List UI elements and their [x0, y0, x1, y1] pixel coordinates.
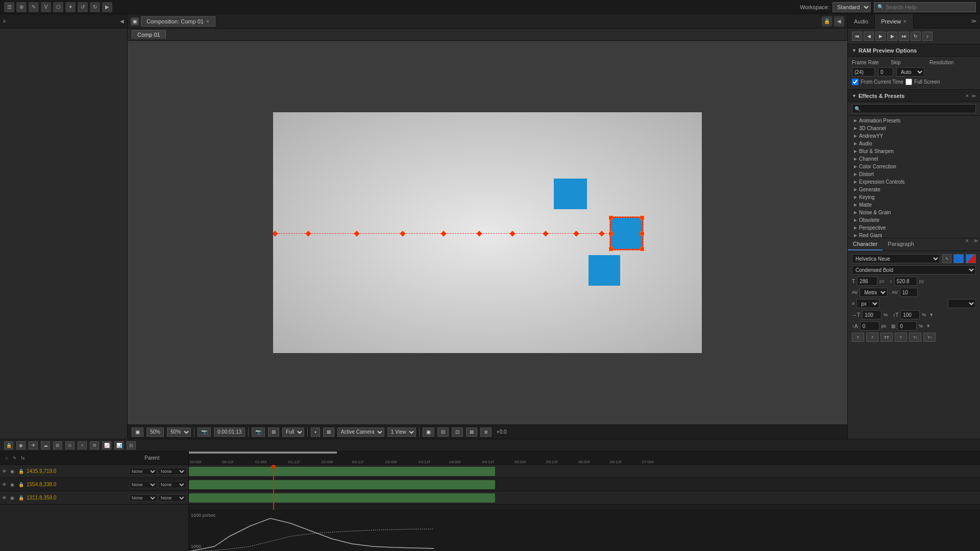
track-bar-3[interactable]	[189, 493, 495, 503]
effect-item-andrewyy[interactable]: ▶AndrewYY	[848, 132, 980, 140]
tl-collapse-btn[interactable]: ⊞	[53, 441, 62, 449]
layer-parent-3[interactable]: None	[158, 494, 186, 502]
handle-tl[interactable]	[609, 216, 613, 220]
effect-item-distort[interactable]: ▶Distort	[848, 170, 980, 178]
grid2-btn[interactable]: ⊟	[437, 428, 449, 437]
effect-item-keying[interactable]: ▶Keying	[848, 193, 980, 201]
comp-tab[interactable]: Composition: Comp 01 ✕	[141, 16, 215, 27]
preview-tab-close[interactable]: ✕	[903, 19, 907, 24]
keyframe-6[interactable]	[476, 231, 482, 236]
tool-icon-4[interactable]: V	[41, 2, 51, 12]
effects-search-input[interactable]	[852, 104, 976, 113]
keyframe-2[interactable]	[305, 231, 311, 236]
pen-tool-icon[interactable]: ✎	[942, 254, 951, 263]
font-size-input[interactable]	[857, 277, 877, 286]
text-regular-btn[interactable]: T	[852, 333, 864, 342]
leading-input[interactable]	[894, 277, 917, 286]
frame-rate-input[interactable]	[852, 67, 875, 77]
track-bar-2[interactable]	[189, 480, 495, 489]
preview-tab[interactable]: Preview ✕	[875, 14, 914, 29]
font-gradient-swatch[interactable]	[966, 254, 976, 263]
tl-motion-btn[interactable]: ⊙	[65, 441, 75, 449]
handle-bl[interactable]	[609, 247, 613, 251]
solo-icon-3[interactable]: ◉	[10, 495, 17, 500]
layer-mode-1[interactable]: None	[129, 468, 157, 475]
skip-input[interactable]	[878, 67, 893, 77]
search-help-input[interactable]	[886, 4, 967, 10]
lock-icon-3[interactable]: 🔒	[18, 495, 26, 500]
comp-tab-close[interactable]: ✕	[206, 19, 210, 24]
blue-square-2-selected[interactable]	[610, 217, 643, 250]
effect-item-audio[interactable]: ▶Audio	[848, 140, 980, 147]
canvas-options-btn[interactable]: ▣	[132, 428, 143, 437]
tl-lock-btn[interactable]: 🔒	[4, 441, 13, 449]
full-screen-checkbox[interactable]	[905, 79, 912, 85]
timeline-tracks[interactable]	[189, 465, 980, 510]
effect-item-noise[interactable]: ▶Noise & Grain	[848, 209, 980, 216]
prev-frame-btn[interactable]: ◀	[864, 32, 874, 41]
tl-settings-btn[interactable]: ⚙	[90, 441, 99, 449]
audio-tab[interactable]: Audio	[848, 14, 875, 29]
motion-blur-btn[interactable]: ※	[480, 428, 492, 437]
character-tab[interactable]: Character	[848, 238, 883, 251]
tl-visibility-btn[interactable]: 👁	[29, 441, 38, 449]
baseline-shift-input[interactable]	[860, 321, 879, 331]
keyframe-9[interactable]	[573, 231, 579, 236]
safe-zones-btn[interactable]: ⊠	[466, 428, 477, 437]
keyframe-7[interactable]	[509, 231, 515, 236]
skip-to-end-btn[interactable]: ⏭	[899, 32, 909, 41]
baseline-unit-dropdown[interactable]: px	[856, 299, 879, 308]
tool-icon-6[interactable]: ✦	[65, 2, 76, 12]
handle-mr[interactable]	[640, 232, 644, 236]
font-color-swatch[interactable]	[953, 254, 964, 263]
ram-preview-header[interactable]: ▼ RAM Preview Options	[848, 44, 980, 57]
tl-chart-btn[interactable]: 📊	[114, 441, 124, 449]
time-cursor[interactable]	[273, 465, 274, 510]
effect-item-generate[interactable]: ▶Generate	[848, 186, 980, 193]
transparency-btn[interactable]: ⊠	[323, 428, 334, 437]
redo-icon[interactable]: ↻	[90, 2, 100, 12]
handle-ml[interactable]	[609, 232, 613, 236]
region-btn[interactable]: ▪	[311, 428, 320, 437]
effect-item-matte[interactable]: ▶Matte	[848, 201, 980, 209]
effect-item-obsolete[interactable]: ▶Obsolete	[848, 216, 980, 224]
camera-icon[interactable]: 📷	[252, 428, 265, 437]
zoom-dropdown[interactable]: 50%	[167, 428, 191, 437]
right-panel-collapse[interactable]: ≫	[968, 18, 980, 24]
camera-dropdown[interactable]: Active Camera	[337, 428, 384, 437]
composition-canvas[interactable]	[273, 112, 702, 353]
view-dropdown[interactable]: 1 View	[387, 428, 416, 437]
vert-scale-input[interactable]	[900, 310, 920, 319]
tl-solo-btn[interactable]: ◉	[16, 441, 26, 449]
comp-lock-icon[interactable]: 🔒	[822, 16, 832, 27]
char-panel-expand[interactable]: ≫	[971, 238, 980, 251]
snap-btn[interactable]: ⊡	[452, 428, 463, 437]
effects-expand[interactable]: ≫	[971, 93, 976, 98]
horiz-scale-input[interactable]	[862, 310, 881, 319]
lock-icon-1[interactable]: 🔒	[18, 469, 26, 474]
effect-item-expression[interactable]: ▶Expression Controls	[848, 178, 980, 186]
char-panel-close[interactable]: ✕	[963, 238, 971, 251]
text-italic-btn[interactable]: T	[866, 333, 878, 342]
tracking-type-dropdown[interactable]: Metrics	[860, 288, 888, 297]
effect-item-3dchannel[interactable]: ▶3D Channel	[848, 124, 980, 132]
text-superscript-btn[interactable]: Tx	[909, 333, 921, 342]
layer-mode-2[interactable]: None	[129, 481, 157, 488]
effect-item-blur[interactable]: ▶Blur & Sharpen	[848, 147, 980, 155]
solo-icon-2[interactable]: ◉	[10, 482, 17, 487]
visibility-icon-2[interactable]: 👁	[2, 482, 9, 487]
play-btn[interactable]: ▶	[875, 32, 886, 41]
tsume-input[interactable]	[897, 321, 917, 331]
audio-btn[interactable]: ♪	[922, 32, 933, 41]
effect-item-color[interactable]: ▶Color Correction	[848, 163, 980, 170]
visibility-icon-3[interactable]: 👁	[2, 495, 9, 500]
effect-item-channel[interactable]: ▶Channel	[848, 155, 980, 163]
tool-icon-5[interactable]: ⬡	[53, 2, 63, 12]
snapshot-btn[interactable]: 📷	[198, 428, 211, 437]
tl-extra-btn[interactable]: ⊟	[127, 441, 136, 449]
paragraph-tab[interactable]: Paragraph	[883, 238, 919, 251]
tl-graph-btn[interactable]: 📈	[102, 441, 111, 449]
effects-close[interactable]: ✕	[965, 93, 969, 98]
from-current-checkbox[interactable]	[852, 79, 859, 85]
keyframe-5[interactable]	[440, 231, 446, 236]
